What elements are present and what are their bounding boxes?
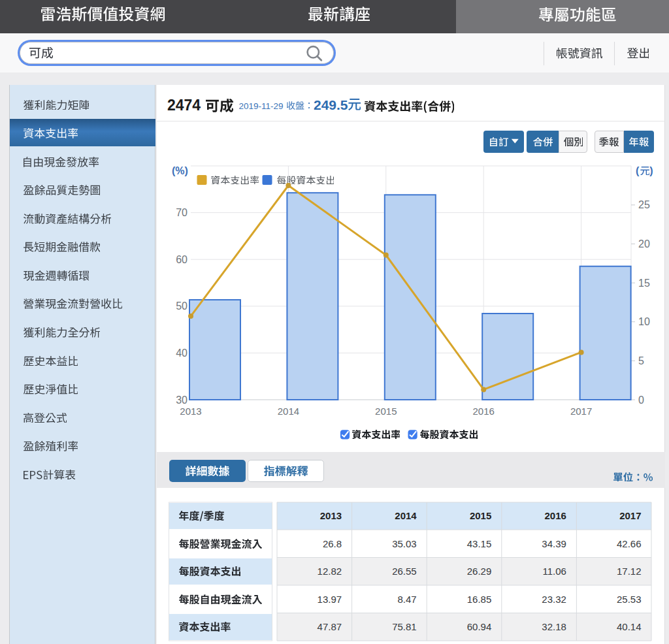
svg-text:13.97: 13.97 [318, 594, 342, 605]
svg-text:20: 20 [638, 238, 650, 250]
svg-text:10: 10 [638, 316, 650, 327]
svg-text:43.15: 43.15 [467, 538, 492, 549]
svg-text:34.39: 34.39 [542, 538, 566, 549]
svg-text:15: 15 [638, 278, 650, 289]
svg-text:60.94: 60.94 [467, 621, 492, 632]
svg-text:2013: 2013 [180, 406, 201, 417]
svg-text:(%): (%) [172, 165, 188, 176]
svg-text:30: 30 [176, 394, 188, 406]
svg-text:25.53: 25.53 [617, 594, 642, 605]
svg-text:249.5: 249.5 [314, 97, 348, 112]
svg-text:2017: 2017 [570, 406, 592, 417]
svg-text:26.8: 26.8 [323, 538, 342, 549]
svg-text:2019-11-29: 2019-11-29 [239, 101, 284, 111]
svg-text:2015: 2015 [375, 406, 397, 417]
svg-text:25: 25 [638, 199, 650, 210]
svg-text:2017: 2017 [619, 510, 641, 521]
svg-text:(: ( [636, 165, 640, 176]
svg-text:2014: 2014 [278, 406, 299, 417]
svg-text:50: 50 [176, 300, 188, 312]
svg-text:2016: 2016 [545, 510, 566, 521]
svg-text:75.81: 75.81 [392, 621, 417, 632]
svg-text:11.06: 11.06 [542, 566, 566, 577]
svg-text:2013: 2013 [320, 510, 342, 521]
svg-text:23.32: 23.32 [542, 594, 566, 605]
svg-text:47.87: 47.87 [318, 621, 342, 632]
svg-text:2016: 2016 [473, 406, 495, 417]
svg-text:12.82: 12.82 [318, 566, 342, 577]
svg-text:5: 5 [638, 355, 644, 366]
svg-text:35.03: 35.03 [392, 538, 417, 549]
svg-text:42.66: 42.66 [617, 538, 642, 549]
svg-text:2015: 2015 [470, 510, 491, 521]
svg-text:26.55: 26.55 [392, 566, 417, 577]
svg-text:17.12: 17.12 [617, 566, 642, 577]
svg-text:16.85: 16.85 [467, 594, 492, 605]
svg-text:40.14: 40.14 [617, 621, 642, 632]
svg-text:2014: 2014 [395, 510, 417, 521]
svg-text:0: 0 [638, 394, 644, 406]
svg-text:60: 60 [176, 254, 188, 265]
svg-text:8.47: 8.47 [397, 594, 416, 605]
svg-text:): ) [649, 165, 653, 176]
svg-text:32.18: 32.18 [542, 621, 566, 632]
svg-text:40: 40 [176, 347, 188, 359]
svg-text:70: 70 [176, 207, 188, 218]
svg-text:26.29: 26.29 [467, 566, 492, 577]
svg-text:2474: 2474 [167, 97, 201, 114]
